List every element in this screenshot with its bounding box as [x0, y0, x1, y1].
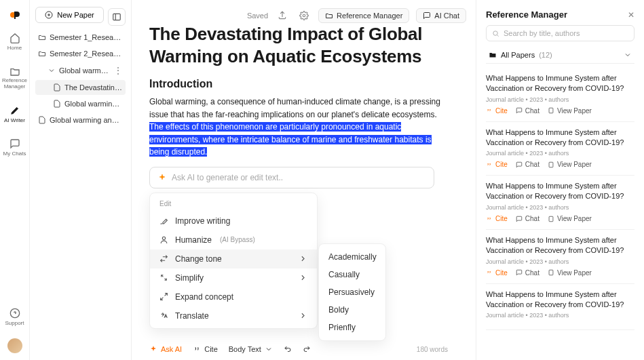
ai-chat-button[interactable]: AI Chat	[416, 8, 466, 23]
left-rail: Home Reference Manager AI Writer My Chat…	[0, 0, 30, 360]
body-text-select[interactable]: Body Text	[229, 345, 273, 353]
menu-change-tone[interactable]: Change tone	[150, 249, 317, 268]
ref-meta: Journal article • 2023 • authors	[486, 96, 634, 103]
ref-cite-button[interactable]: Cite	[486, 161, 508, 168]
tree-folder[interactable]: Semester 1_Research p...	[35, 30, 126, 45]
tree-label: Global warming and...	[59, 66, 110, 75]
reference-list: What Happens to Immune System after Vacc…	[486, 68, 634, 360]
reference-item[interactable]: What Happens to Immune System after Vacc…	[486, 230, 634, 284]
rail-writer-label: AI Writer	[4, 117, 25, 123]
tone-option[interactable]: Academically	[319, 248, 385, 266]
tree-folder[interactable]: Semester 2_Research...	[35, 46, 126, 61]
tone-option[interactable]: Boldy	[319, 301, 385, 319]
ref-meta: Journal article • 2023 • authors	[486, 150, 634, 157]
ref-view-button[interactable]: View Paper	[548, 107, 592, 115]
cite-label: Cite	[204, 345, 218, 353]
svg-point-5	[303, 14, 305, 17]
reference-manager-button[interactable]: Reference Manager	[318, 8, 409, 23]
ref-view-button[interactable]: View Paper	[548, 161, 592, 168]
ref-chat-button[interactable]: Chat	[516, 215, 539, 222]
folder-count: (12)	[539, 51, 552, 59]
menu-label: Expand concept	[175, 292, 233, 302]
selected-text: The effects of this phenomenon are parti…	[149, 122, 432, 157]
ref-title: What Happens to Immune System after Vacc…	[486, 235, 634, 256]
ref-chat-button[interactable]: Chat	[516, 161, 539, 168]
new-paper-button[interactable]: New Paper	[35, 7, 104, 23]
rail-my-chats[interactable]: My Chats	[0, 136, 29, 159]
menu-translate[interactable]: Translate	[150, 306, 317, 325]
rail-chats-label: My Chats	[3, 151, 26, 157]
svg-line-8	[497, 35, 499, 36]
reference-item[interactable]: What Happens to Immune System after Vacc…	[486, 122, 634, 176]
menu-expand-concept[interactable]: Expand concept	[150, 287, 317, 306]
reference-manager-panel: Reference Manager ✕ Search by title, aut…	[476, 0, 644, 360]
new-paper-label: New Paper	[57, 11, 94, 19]
ref-cite-button[interactable]: Cite	[486, 269, 508, 277]
ask-ai-label: Ask AI	[161, 345, 182, 353]
undo-button[interactable]	[284, 345, 292, 353]
tree-doc[interactable]: Global warming and...	[35, 96, 126, 111]
share-icon[interactable]	[275, 8, 290, 23]
svg-rect-12	[549, 271, 553, 276]
heading[interactable]: Introduction	[149, 78, 448, 90]
ref-chat-button[interactable]: Chat	[516, 269, 539, 277]
settings-icon[interactable]	[297, 8, 311, 23]
menu-section-label: Edit	[150, 200, 317, 212]
redo-button[interactable]	[303, 345, 311, 353]
rail-support[interactable]: Support	[0, 305, 29, 329]
ask-ai-button[interactable]: Ask AI	[149, 345, 182, 353]
tree-folder-expanded[interactable]: Global warming and... ⋮	[35, 62, 126, 79]
menu-improve-writing[interactable]: Improve writing	[150, 212, 317, 231]
search-input[interactable]: Search by title, authors	[486, 25, 634, 41]
tree-label: Global warming and its...	[50, 116, 123, 124]
ask-ai-placeholder: Ask AI to generate or edit text..	[172, 173, 283, 182]
topbar: Saved Reference Manager AI Chat	[247, 8, 466, 23]
ref-view-button[interactable]: View Paper	[548, 215, 592, 222]
ref-title: What Happens to Immune System after Vacc…	[486, 181, 634, 201]
ref-cite-button[interactable]: Cite	[486, 107, 508, 115]
ask-ai-input[interactable]: Ask AI to generate or edit text..	[149, 167, 434, 188]
logo-icon	[10, 9, 20, 20]
folder-select[interactable]: All Papers (12)	[486, 47, 634, 64]
menu-simplify[interactable]: Simplify	[150, 268, 317, 287]
tree-label: Global warming and...	[64, 100, 123, 108]
ref-meta: Journal article • 2023 • authors	[486, 204, 634, 211]
rail-ai-writer[interactable]: AI Writer	[0, 102, 29, 126]
reference-item[interactable]: What Happens to Immune System after Vacc…	[486, 284, 634, 331]
tone-option[interactable]: Casually	[319, 266, 385, 283]
more-icon[interactable]: ⋮	[113, 66, 123, 75]
ai-chat-label: AI Chat	[434, 12, 459, 20]
tree-doc[interactable]: Global warming and its...	[35, 113, 126, 127]
tone-submenu: Academically Casually Persuasively Boldy…	[318, 243, 386, 341]
menu-label: Improve writing	[175, 216, 230, 226]
ref-meta: Journal article • 2023 • authors	[486, 258, 634, 265]
close-icon[interactable]: ✕	[628, 10, 634, 20]
avatar[interactable]	[7, 338, 22, 353]
svg-point-7	[493, 31, 497, 35]
page-title[interactable]: The Devastating Impact of Global Warming…	[149, 23, 448, 67]
tree-label: Semester 1_Research p...	[50, 33, 123, 41]
bottom-toolbar: Ask AI Cite Body Text 180 words	[149, 345, 448, 353]
menu-humanize[interactable]: Humanize (AI Bypass)	[150, 231, 317, 249]
folder-label: All Papers	[501, 51, 535, 59]
cite-button[interactable]: Cite	[193, 345, 218, 353]
ref-view-button[interactable]: View Paper	[548, 269, 592, 277]
tree-label: The Devastating Im...	[64, 83, 123, 92]
text: Global warming, a consequence of human-i…	[149, 97, 440, 119]
rail-home-label: Home	[7, 45, 22, 51]
ref-title: What Happens to Immune System after Vacc…	[486, 73, 634, 94]
document[interactable]: The Devastating Impact of Global Warming…	[149, 23, 448, 329]
tree-doc-active[interactable]: The Devastating Im...	[35, 80, 126, 95]
reference-item[interactable]: What Happens to Immune System after Vacc…	[486, 68, 634, 122]
rail-ref-manager[interactable]: Reference Manager	[0, 63, 29, 93]
search-placeholder: Search by title, authors	[504, 29, 580, 37]
paragraph[interactable]: Global warming, a consequence of human-i…	[149, 96, 448, 159]
tone-option[interactable]: Persuasively	[319, 283, 385, 301]
tone-option[interactable]: Prienfly	[319, 319, 385, 336]
svg-point-6	[162, 237, 165, 240]
panel-toggle-icon[interactable]	[108, 8, 126, 26]
rail-home[interactable]: Home	[0, 30, 29, 54]
reference-item[interactable]: What Happens to Immune System after Vacc…	[486, 176, 634, 230]
ref-chat-button[interactable]: Chat	[516, 107, 539, 115]
ref-cite-button[interactable]: Cite	[486, 215, 508, 222]
